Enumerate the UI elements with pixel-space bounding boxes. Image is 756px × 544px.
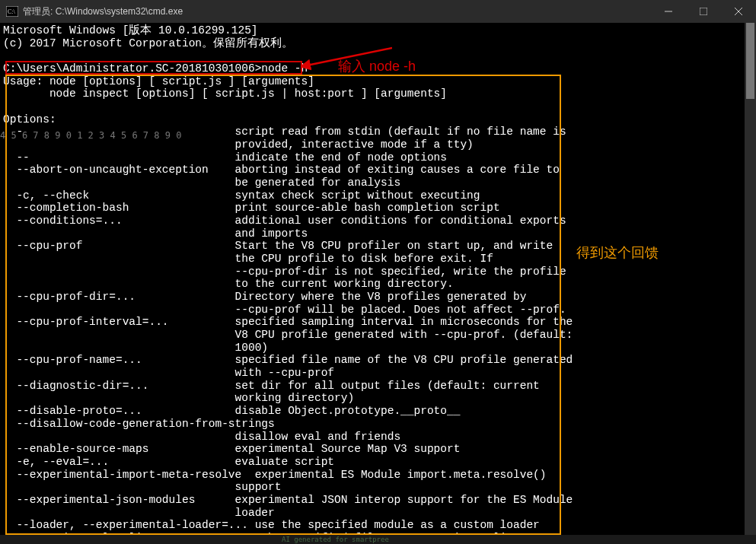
close-button[interactable] <box>721 0 756 23</box>
bottom-text: AI generated for smartpree <box>282 536 389 543</box>
cmd-icon: C:\ <box>6 6 18 17</box>
maximize-button[interactable] <box>686 0 721 23</box>
window-title: 管理员: C:\Windows\system32\cmd.exe <box>23 5 183 18</box>
scrollbar-thumb[interactable] <box>746 23 754 99</box>
minimize-button[interactable] <box>651 0 686 23</box>
titlebar-controls <box>651 0 756 23</box>
titlebar-left: C:\ 管理员: C:\Windows\system32\cmd.exe <box>6 5 183 18</box>
svg-text:C:\: C:\ <box>8 8 16 15</box>
window-titlebar: C:\ 管理员: C:\Windows\system32\cmd.exe <box>0 0 756 23</box>
svg-rect-3 <box>700 8 707 15</box>
bottom-strip: AI generated for smartpree <box>0 535 756 544</box>
terminal-output[interactable]: Microsoft Windows [版本 10.0.16299.125] (c… <box>0 23 745 544</box>
scrollbar-track[interactable] <box>745 23 756 544</box>
